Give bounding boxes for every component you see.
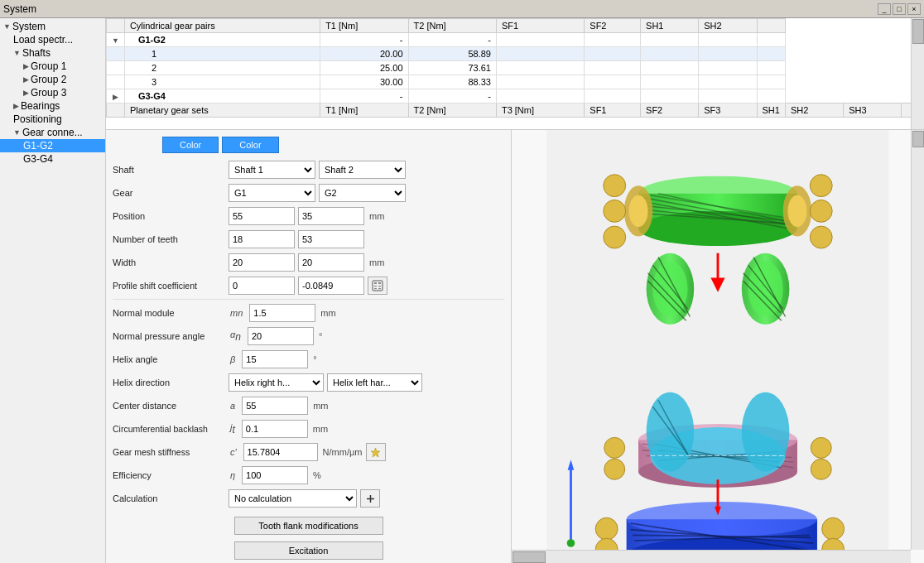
sidebar-item-g3-g4[interactable]: G3-G4 [0, 152, 105, 166]
col-planet-sets: Planetary gear sets [124, 103, 320, 118]
shaft1-select[interactable]: Shaft 1Shaft 2Shaft 3 [229, 161, 315, 179]
helix-angle-row: Helix angle β ° [113, 349, 504, 369]
mesh-stiffness-star-btn[interactable] [366, 443, 386, 461]
table-row[interactable]: 3 30.00 88.33 [107, 75, 924, 89]
gear2-select[interactable]: G1G2G3 [319, 184, 406, 202]
color-button-1[interactable]: Color [162, 137, 219, 153]
mesh-stiffness-unit: N/mm/μm [323, 447, 363, 457]
mesh-stiffness-sub: c' [230, 447, 237, 457]
row-expand-3 [107, 75, 125, 89]
table-row[interactable]: ▶ G3-G4 - - [107, 89, 924, 103]
maximize-button[interactable]: □ [893, 3, 906, 15]
row-expand-g3g4[interactable]: ▶ [107, 89, 125, 103]
table-area[interactable]: Cylindrical gear pairs T1 [Nm] T2 [Nm] S… [106, 18, 924, 130]
profile-shift-icon-btn[interactable] [368, 277, 387, 295]
color-button-2[interactable]: Color [222, 137, 278, 153]
close-button[interactable]: × [907, 3, 921, 15]
pressure-angle-input[interactable] [248, 327, 314, 345]
position-row: Position mm [113, 206, 504, 226]
table-row[interactable]: ▼ G1-G2 - - [107, 33, 924, 47]
position2-input[interactable] [298, 207, 364, 225]
view-hscroll[interactable] [512, 550, 911, 563]
num-teeth1-input[interactable] [229, 230, 295, 248]
table-vscroll[interactable] [911, 18, 924, 129]
svg-point-24 [787, 195, 806, 227]
gear-inputs: G1G2G3 G1G2G3 [229, 184, 504, 202]
row-sf1-g1g2 [496, 33, 584, 47]
sidebar-item-positioning-label: Positioning [13, 113, 62, 125]
title-bar-controls: _ □ × [878, 3, 921, 15]
circum-backlash-sub: jt [230, 422, 235, 435]
row-sf1-1 [496, 47, 584, 61]
profile-shift1-input[interactable] [229, 277, 295, 295]
sidebar-item-g3-g4-label: G3-G4 [23, 153, 53, 165]
gear-conne-expand-icon: ▼ [13, 128, 21, 137]
center-dist-input[interactable] [242, 397, 308, 415]
calculation-select[interactable]: No calculation ISO 6336 DIN 3990 [229, 489, 357, 508]
sidebar-item-load-spectr[interactable]: Load spectr... [0, 33, 105, 46]
svg-point-27 [604, 226, 626, 248]
row-t1-g3g4: - [320, 89, 408, 103]
profile-shift2-input[interactable] [298, 277, 364, 295]
col-sh2: SH2 [699, 19, 757, 33]
efficiency-row: Efficiency η % [113, 465, 504, 485]
shaft-label: Shaft [113, 165, 229, 175]
row-label-1: 1 [124, 47, 320, 61]
mesh-stiffness-input[interactable] [243, 443, 318, 461]
sidebar-item-shafts[interactable]: ▼ Shafts [0, 46, 105, 60]
minimize-button[interactable]: _ [878, 3, 891, 15]
svg-point-72 [822, 517, 845, 540]
sidebar-item-g1-g2-label: G1-G2 [23, 140, 53, 152]
sidebar-item-group1[interactable]: ▶ Group 1 [0, 60, 105, 73]
table-row[interactable]: 1 20.00 58.89 [107, 47, 924, 61]
normal-module-input[interactable] [249, 304, 315, 322]
svg-point-28 [810, 175, 832, 197]
helix-angle-input[interactable] [242, 350, 308, 368]
excitation-button[interactable]: Excitation [234, 541, 383, 560]
tooth-flank-button[interactable]: Tooth flank modifications [234, 517, 383, 535]
sidebar-item-positioning[interactable]: Positioning [0, 113, 105, 126]
sidebar-item-bearings[interactable]: ▶ Bearings [0, 99, 105, 113]
sidebar-item-group2[interactable]: ▶ Group 2 [0, 73, 105, 86]
action-buttons-row: Tooth flank modifications Excitation [113, 515, 504, 561]
row-sf2-2 [585, 61, 641, 75]
position1-input[interactable] [229, 207, 295, 225]
group2-expand-icon: ▶ [23, 75, 29, 84]
width2-input[interactable] [298, 253, 364, 272]
row-t1-1: 20.00 [320, 47, 408, 61]
row-label-g1g2: G1-G2 [124, 33, 320, 47]
mesh-stiffness-label: Gear mesh stiffness [113, 447, 229, 457]
col-planet-expand [107, 103, 125, 118]
row-sf1-g3g4 [496, 89, 584, 103]
svg-rect-0 [373, 281, 383, 291]
col-t1: T1 [Nm] [320, 19, 408, 33]
sidebar-item-gear-conne[interactable]: ▼ Gear conne... [0, 126, 105, 139]
shaft2-select[interactable]: Shaft 1Shaft 2Shaft 3 [319, 161, 406, 179]
calculation-row: Calculation No calculation ISO 6336 DIN … [113, 488, 504, 508]
helix-dir1-select[interactable]: Helix right h...Helix left hand [229, 373, 324, 392]
calculation-add-btn[interactable] [360, 489, 380, 508]
helix-dir2-select[interactable]: Helix right handHelix left har... [327, 373, 422, 392]
view-vscroll[interactable] [911, 130, 924, 550]
width1-input[interactable] [229, 253, 295, 272]
row-sf2-1 [585, 47, 641, 61]
num-teeth2-input[interactable] [298, 230, 364, 248]
row-t1-3: 30.00 [320, 75, 408, 89]
row-t2-1: 58.89 [408, 47, 496, 61]
svg-point-26 [604, 200, 626, 222]
row-expand-g1g2[interactable]: ▼ [107, 33, 125, 47]
sidebar-item-system[interactable]: ▼ System [0, 20, 105, 33]
row-sh1-1 [641, 47, 699, 61]
gear1-select[interactable]: G1G2G3 [229, 184, 315, 202]
view-hscroll-thumb [513, 551, 546, 563]
table-row[interactable]: 2 25.00 73.61 [107, 61, 924, 75]
efficiency-input[interactable] [242, 466, 308, 484]
sidebar-item-g1-g2[interactable]: G1-G2 [0, 139, 105, 152]
row-t2-3: 88.33 [408, 75, 496, 89]
view-vscroll-thumb [912, 131, 924, 147]
position-unit: mm [369, 211, 384, 221]
sidebar-item-group3[interactable]: ▶ Group 3 [0, 86, 105, 99]
row-sh1-g3g4 [641, 89, 699, 103]
svg-point-60 [742, 392, 790, 472]
circum-backlash-input[interactable] [242, 420, 308, 438]
